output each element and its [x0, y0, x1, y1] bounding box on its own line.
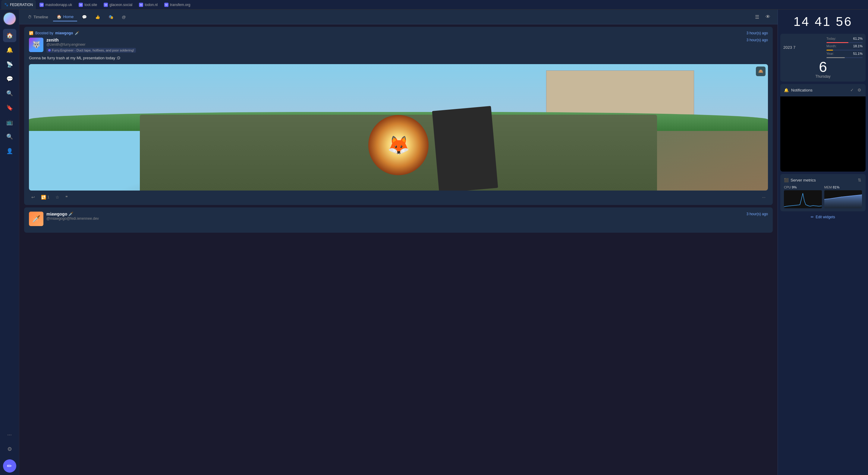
nav-timeline[interactable]: ⏱ Timeline: [24, 13, 52, 21]
metrics-header: ⬛ Server metrics ⇅: [784, 177, 862, 183]
boost-row: 🔁 Boosted by miawgogo 🗡️ 3 hour(s) ago: [29, 31, 768, 35]
compose-button[interactable]: ✏: [3, 460, 16, 473]
boost-icon: 🔁: [29, 31, 33, 35]
tshirt-scene: 🦊: [29, 64, 768, 191]
cpu-value: 9%: [792, 185, 797, 189]
user-avatar[interactable]: [3, 12, 16, 25]
notifications-header: 🔔 Notifications ✓ ⚙: [780, 84, 866, 96]
home-nav-icon: 🏠: [57, 14, 61, 19]
edit-widgets-button[interactable]: ✏ Edit widgets: [780, 214, 866, 220]
sidebar-item-profile[interactable]: 👤: [3, 144, 16, 158]
sidebar-item-messages[interactable]: 💬: [3, 72, 16, 86]
tab-toot[interactable]: M toot.site: [76, 0, 100, 9]
post2-avatar-emoji: 🗡️: [32, 215, 40, 223]
sidebar-item-more[interactable]: ···: [3, 428, 16, 441]
favorite-button[interactable]: ☆: [53, 194, 62, 201]
month-bar: [827, 50, 863, 50]
sidebar-item-settings[interactable]: ⚙: [3, 442, 16, 456]
post2-header: 🗡️ miawgogo 🗡️ 3 hour(s) ago @miawgogo@f…: [29, 212, 768, 226]
content-area: ⏱ Timeline 🏠 Home 💬 👍 🎭 @ ☰ 👁: [19, 10, 868, 475]
booster-emoji: 🗡️: [75, 31, 79, 35]
more-button[interactable]: ···: [760, 194, 768, 201]
notifications-title: 🔔 Notifications: [784, 88, 812, 93]
mem-value: 81%: [833, 185, 839, 189]
mastodon-icon: M: [39, 3, 44, 7]
cpu-chart: [784, 190, 822, 208]
instance-badge: Furry.Engineer - Duct tape, hotfixes, an…: [46, 48, 136, 53]
year-value: 51.1%: [853, 52, 863, 56]
notifications-label: Notifications: [791, 88, 812, 93]
post2-time: 3 hour(s) ago: [747, 212, 768, 216]
post-time: 3 hour(s) ago: [747, 38, 768, 42]
booster-name[interactable]: miawgogo: [55, 31, 73, 35]
toot-icon: M: [79, 3, 83, 7]
main-column: ⏱ Timeline 🏠 Home 💬 👍 🎭 @ ☰ 👁: [19, 10, 778, 475]
author-name[interactable]: zenith: [46, 38, 59, 42]
metrics-label: Server metrics: [790, 178, 816, 182]
instance-dot: [48, 49, 51, 52]
sidebar-item-bookmarks[interactable]: 🔖: [3, 101, 16, 114]
quote-button[interactable]: ❝: [63, 194, 70, 201]
post-image: 🦊: [29, 64, 768, 191]
edit-widgets-label: Edit widgets: [815, 215, 835, 219]
sidebar-item-media[interactable]: 📺: [3, 115, 16, 129]
tab-federation[interactable]: 🐾 FEDERATION: [1, 0, 36, 9]
sidebar-item-home[interactable]: 🏠: [3, 29, 16, 42]
sidebar-item-explore[interactable]: 🔍: [3, 87, 16, 100]
nav-icon-like[interactable]: 👍: [92, 13, 104, 21]
left-sidebar: 🏠 🔔 📡 💬 🔍 🔖 📺 🔍 👤 ··· ⚙ ✏: [0, 10, 19, 475]
today-bar: [827, 42, 863, 43]
sidebar-item-notifications[interactable]: 🔔: [3, 43, 16, 57]
mark-read-button[interactable]: ✓: [849, 87, 855, 93]
federation-icon: 🐾: [4, 3, 8, 7]
tab-todon[interactable]: M todon.nl: [136, 0, 161, 9]
post-author-avatar[interactable]: 🐺: [29, 38, 43, 52]
nav-home[interactable]: 🏠 Home: [53, 13, 78, 21]
calendar-widget: 2023 7 Today: 61.2% Month: 18.: [780, 34, 866, 81]
more-icon: ···: [762, 195, 766, 200]
month-bar-fill: [827, 50, 833, 50]
timeline-icon: ⏱: [28, 15, 32, 19]
content-warning-btn[interactable]: 🙈: [756, 67, 766, 76]
nav-icon-mask[interactable]: 🎭: [105, 13, 117, 21]
sidebar-bottom: ··· ⚙ ✏: [3, 428, 16, 473]
post-image-container: 🦊 🙈: [29, 64, 768, 191]
reply-button[interactable]: ↩: [29, 194, 37, 201]
nav-icon-mention[interactable]: @: [118, 13, 129, 21]
today-bar-fill: [827, 42, 848, 43]
transfem-icon: M: [164, 3, 168, 7]
tab-transfem[interactable]: M transfem.org: [161, 0, 193, 9]
feed[interactable]: 🔁 Boosted by miawgogo 🗡️ 3 hour(s) ago 🐺: [19, 24, 778, 475]
sidebar-item-search2[interactable]: 🔍: [3, 130, 16, 143]
notifications-settings-button[interactable]: ⚙: [857, 87, 862, 93]
post2-emoji: 🗡️: [68, 212, 73, 216]
boost-button[interactable]: 🔁 1: [38, 194, 52, 201]
view-options-button[interactable]: ☰: [752, 12, 762, 22]
sidebar-item-trending[interactable]: 📡: [3, 58, 16, 71]
mem-chart-container: MEM 81%: [824, 185, 862, 208]
notifications-actions: ✓ ⚙: [849, 87, 862, 93]
calendar-day-name: Thursday: [783, 74, 863, 78]
calendar-month: 7: [793, 45, 795, 50]
tab-mastodon[interactable]: M mastodonapp.uk: [36, 0, 75, 9]
notifications-widget: 🔔 Notifications ✓ ⚙: [780, 84, 866, 172]
nav-icon-chat[interactable]: 💬: [79, 13, 90, 21]
stat-month: Month: 18.1%: [827, 44, 863, 48]
metrics-widget: ⬛ Server metrics ⇅ CPU 9%: [780, 174, 866, 211]
metrics-title: ⬛ Server metrics: [784, 178, 816, 182]
post-card-1: 🔁 Boosted by miawgogo 🗡️ 3 hour(s) ago 🐺: [24, 27, 773, 205]
todon-icon: M: [139, 3, 143, 7]
tab-glaceon[interactable]: M glaceon.social: [101, 0, 135, 9]
year-month: 2023 7: [783, 45, 795, 50]
reply-icon: ↩: [31, 195, 35, 200]
pencil-icon: ✏: [811, 215, 814, 219]
instance-name: Furry.Engineer - Duct tape, hotfixes, an…: [52, 48, 134, 52]
post2-avatar[interactable]: 🗡️: [29, 212, 43, 226]
post2-handle[interactable]: @miawgogo@fedi.ienennee.dev: [46, 216, 768, 220]
author-handle[interactable]: @zenith@furry.engineer: [46, 42, 768, 47]
metrics-settings-button[interactable]: ⇅: [857, 177, 862, 183]
post-body: Gonna be furry trash at my ML presentati…: [29, 55, 768, 61]
filter-button[interactable]: 👁: [763, 12, 773, 22]
mem-label: MEM 81%: [824, 185, 862, 189]
post2-author[interactable]: miawgogo: [46, 212, 67, 216]
